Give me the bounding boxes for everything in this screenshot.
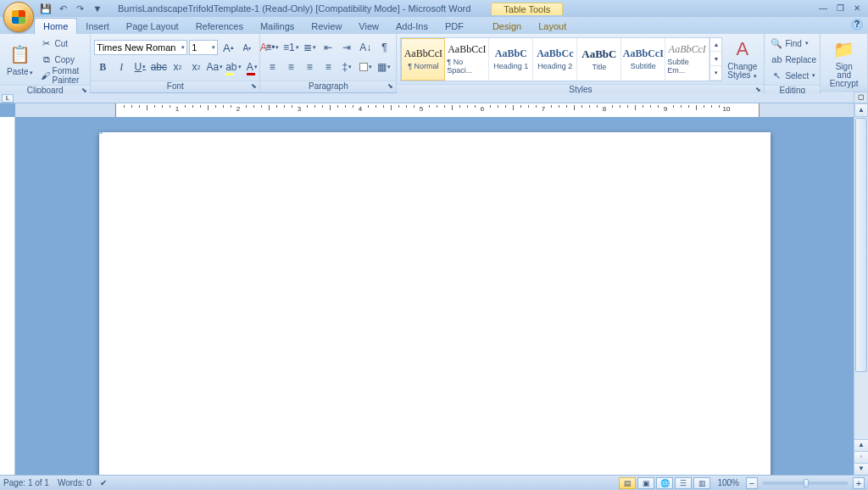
tab-table-design[interactable]: Design	[484, 19, 530, 34]
page-status[interactable]: Page: 1 of 1	[3, 478, 49, 487]
find-button[interactable]: 🔍Find▾	[768, 36, 819, 51]
align-left-button[interactable]: ≡	[264, 58, 281, 75]
align-center-button[interactable]: ≡	[282, 58, 299, 75]
format-painter-button[interactable]: 🖌Format Painter	[38, 68, 87, 83]
superscript-button[interactable]: x2	[187, 58, 204, 75]
ruler-toggle-button[interactable]: ▢	[854, 92, 868, 103]
strikethrough-button[interactable]: abc	[150, 58, 167, 75]
select-button[interactable]: ↖Select▾	[768, 68, 819, 83]
gallery-more[interactable]: ▾	[710, 66, 721, 81]
zoom-thumb[interactable]	[804, 479, 809, 487]
qat-customize-icon[interactable]: ▼	[91, 2, 104, 15]
tab-home[interactable]: Home	[34, 18, 77, 34]
ruler-number: 5	[420, 105, 423, 113]
save-icon[interactable]: 💾	[39, 2, 53, 15]
style-name: ¶ No Spaci...	[447, 58, 487, 75]
print-layout-view[interactable]: ▤	[619, 477, 636, 489]
show-marks-button[interactable]: ¶	[376, 39, 392, 56]
office-button[interactable]	[3, 2, 34, 32]
styles-gallery[interactable]: AaBbCcI¶ NormalAaBbCcI¶ No Spaci...AaBbC…	[400, 37, 722, 81]
style-preview: AaBbCcI	[623, 47, 664, 60]
tab-mailings[interactable]: Mailings	[252, 19, 303, 34]
redo-icon[interactable]: ↷	[73, 2, 86, 15]
gallery-down[interactable]: ▼	[710, 52, 721, 66]
tab-references[interactable]: References	[187, 19, 252, 34]
scroll-thumb[interactable]	[855, 118, 867, 372]
next-page-button[interactable]: ▼	[854, 463, 868, 475]
help-icon[interactable]: ?	[851, 19, 863, 31]
page-scroll-area[interactable]	[15, 117, 854, 475]
vertical-ruler[interactable]	[0, 117, 15, 475]
font-color-button[interactable]: A▾	[243, 58, 260, 75]
tab-table-layout[interactable]: Layout	[530, 19, 575, 34]
draft-view[interactable]: ▥	[693, 477, 710, 489]
tab-review[interactable]: Review	[303, 19, 350, 34]
zoom-slider[interactable]	[763, 482, 848, 485]
trifold-table[interactable]	[99, 132, 103, 134]
style-item-6[interactable]: AaBbCcISubtle Em...	[665, 38, 709, 81]
paragraph-launcher[interactable]: ⬊	[386, 82, 394, 91]
browse-object-button[interactable]: ◦	[854, 451, 868, 463]
minimize-button[interactable]: —	[815, 2, 831, 14]
restore-button[interactable]: ❐	[832, 2, 848, 14]
change-styles-button[interactable]: A Change Styles ▾	[724, 36, 760, 82]
copy-button[interactable]: ⧉Copy	[38, 52, 87, 67]
tab-addins[interactable]: Add-Ins	[387, 19, 437, 34]
change-case-button[interactable]: Aa▾	[206, 58, 223, 75]
italic-button[interactable]: I	[113, 58, 130, 75]
shading-button[interactable]: ▾	[357, 58, 374, 75]
underline-button[interactable]: U▾	[131, 58, 148, 75]
align-right-button[interactable]: ≡	[301, 58, 318, 75]
page[interactable]	[99, 132, 771, 475]
style-item-1[interactable]: AaBbCcI¶ No Spaci...	[445, 38, 489, 81]
tab-selector[interactable]: L	[2, 94, 14, 103]
scroll-up-button[interactable]: ▲	[854, 103, 868, 117]
style-item-3[interactable]: AaBbCcHeading 2	[533, 38, 577, 81]
shrink-font-button[interactable]: A▾	[238, 39, 255, 56]
word-count[interactable]: Words: 0	[58, 478, 92, 487]
style-preview: AaBbCcI	[448, 43, 486, 56]
tab-pdf[interactable]: PDF	[437, 19, 472, 34]
sign-encrypt-button[interactable]: 📁 Sign and Encrypt	[824, 36, 864, 90]
web-layout-view[interactable]: 🌐	[656, 477, 673, 489]
borders-button[interactable]: ▦▾	[376, 58, 392, 75]
subscript-button[interactable]: x2	[169, 58, 186, 75]
vertical-scrollbar[interactable]: ▢ ▲ ▲ ◦ ▼	[854, 103, 868, 475]
increase-indent-button[interactable]: ⇥	[338, 39, 355, 56]
style-item-4[interactable]: AaBbCTitle	[577, 38, 621, 81]
outline-view[interactable]: ☰	[675, 477, 692, 489]
tab-view[interactable]: View	[350, 19, 387, 34]
highlight-color-button[interactable]: ab▾	[225, 58, 242, 75]
style-item-0[interactable]: AaBbCcI¶ Normal	[401, 38, 445, 81]
paste-button[interactable]: 📋 Paste▾	[3, 41, 36, 79]
bold-button[interactable]: B	[94, 58, 111, 75]
font-name-combo[interactable]: Times New Roman▾	[94, 40, 187, 55]
line-spacing-button[interactable]: ‡▾	[338, 58, 355, 75]
style-item-2[interactable]: AaBbCHeading 1	[489, 38, 533, 81]
zoom-level[interactable]: 100%	[717, 478, 739, 487]
full-screen-view[interactable]: ▣	[637, 477, 654, 489]
cut-button[interactable]: ✂Cut	[38, 36, 87, 51]
replace-button[interactable]: abReplace	[768, 52, 819, 67]
justify-button[interactable]: ≡	[320, 58, 337, 75]
zoom-in-button[interactable]: +	[853, 477, 865, 489]
zoom-out-button[interactable]: −	[746, 477, 758, 489]
gallery-up[interactable]: ▲	[710, 38, 721, 53]
decrease-indent-button[interactable]: ⇤	[320, 39, 337, 56]
multilevel-button[interactable]: ≣▾	[301, 39, 318, 56]
font-size-combo[interactable]: 1▾	[189, 40, 218, 55]
tab-page-layout[interactable]: Page Layout	[118, 19, 187, 34]
bullets-button[interactable]: ≡•▾	[264, 39, 281, 56]
horizontal-ruler[interactable]: 12345678910	[15, 103, 854, 117]
grow-font-button[interactable]: A▴	[220, 39, 236, 56]
spellcheck-icon[interactable]: ✔	[100, 478, 107, 487]
numbering-button[interactable]: ≡1▾	[282, 39, 299, 56]
prev-page-button[interactable]: ▲	[854, 439, 868, 451]
table-cell[interactable]	[101, 133, 102, 134]
tab-insert[interactable]: Insert	[77, 19, 118, 34]
close-button[interactable]: ✕	[849, 2, 865, 14]
style-item-5[interactable]: AaBbCcISubtitle	[621, 38, 665, 81]
sort-button[interactable]: A↓	[357, 39, 374, 56]
undo-icon[interactable]: ↶	[56, 2, 70, 15]
font-launcher[interactable]: ⬊	[249, 82, 258, 91]
